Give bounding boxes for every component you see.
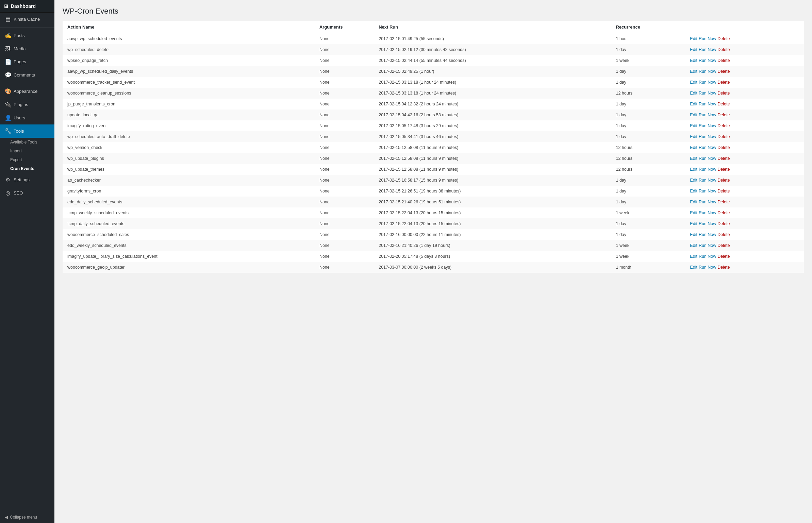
cell-row-actions: EditRun NowDelete (685, 251, 804, 262)
cell-args: None (315, 66, 374, 77)
delete-button[interactable]: Delete (717, 69, 730, 74)
run-now-button[interactable]: Run Now (699, 113, 716, 117)
table-row: tcmp_weekly_scheduled_eventsNone2017-02-… (63, 207, 804, 218)
edit-button[interactable]: Edit (690, 178, 697, 183)
run-now-button[interactable]: Run Now (699, 134, 716, 139)
run-now-button[interactable]: Run Now (699, 102, 716, 106)
table-row: tcmp_daily_scheduled_eventsNone2017-02-1… (63, 218, 804, 229)
run-now-button[interactable]: Run Now (699, 80, 716, 85)
delete-button[interactable]: Delete (717, 134, 730, 139)
dashboard-menu-item[interactable]: ⊞ Dashboard (0, 0, 54, 13)
delete-button[interactable]: Delete (717, 91, 730, 96)
run-now-button[interactable]: Run Now (699, 123, 716, 128)
sidebar-sub-export[interactable]: Export (0, 155, 54, 164)
edit-button[interactable]: Edit (690, 156, 697, 161)
edit-button[interactable]: Edit (690, 123, 697, 128)
run-now-button[interactable]: Run Now (699, 156, 716, 161)
kinsta-cache-menu-item[interactable]: ▤ Kinsta Cache (0, 13, 54, 26)
delete-button[interactable]: Delete (717, 243, 730, 248)
edit-button[interactable]: Edit (690, 265, 697, 270)
run-now-button[interactable]: Run Now (699, 210, 716, 215)
run-now-button[interactable]: Run Now (699, 254, 716, 259)
sidebar-item-comments[interactable]: 💬 Comments (0, 68, 54, 82)
run-now-button[interactable]: Run Now (699, 243, 716, 248)
table-row: update_local_gaNone2017-02-15 04:42:16 (… (63, 109, 804, 120)
delete-button[interactable]: Delete (717, 232, 730, 237)
edit-button[interactable]: Edit (690, 113, 697, 117)
run-now-button[interactable]: Run Now (699, 145, 716, 150)
sidebar-item-appearance[interactable]: 🎨 Appearance (0, 85, 54, 98)
run-now-button[interactable]: Run Now (699, 265, 716, 270)
edit-button[interactable]: Edit (690, 200, 697, 204)
run-now-button[interactable]: Run Now (699, 167, 716, 172)
cron-events-table: Action Name Arguments Next Run Recurrenc… (63, 21, 804, 273)
users-icon: 👤 (5, 115, 11, 121)
sidebar-item-seo[interactable]: ◎ SEO (0, 186, 54, 200)
sidebar-item-posts[interactable]: ✍ Posts (0, 29, 54, 42)
run-now-button[interactable]: Run Now (699, 178, 716, 183)
edit-button[interactable]: Edit (690, 232, 697, 237)
cell-row-actions: EditRun NowDelete (685, 99, 804, 109)
delete-button[interactable]: Delete (717, 200, 730, 204)
edit-button[interactable]: Edit (690, 91, 697, 96)
sidebar-sub-import[interactable]: Import (0, 147, 54, 155)
delete-button[interactable]: Delete (717, 265, 730, 270)
delete-button[interactable]: Delete (717, 145, 730, 150)
table-row: woocommerce_scheduled_salesNone2017-02-1… (63, 229, 804, 240)
edit-button[interactable]: Edit (690, 210, 697, 215)
edit-button[interactable]: Edit (690, 243, 697, 248)
run-now-button[interactable]: Run Now (699, 36, 716, 41)
run-now-button[interactable]: Run Now (699, 69, 716, 74)
edit-button[interactable]: Edit (690, 221, 697, 226)
edit-button[interactable]: Edit (690, 254, 697, 259)
table-row: wp_scheduled_deleteNone2017-02-15 02:19:… (63, 44, 804, 55)
delete-button[interactable]: Delete (717, 189, 730, 193)
run-now-button[interactable]: Run Now (699, 58, 716, 63)
sidebar-sub-cron-events[interactable]: Cron Events (0, 164, 54, 173)
sidebar-item-users[interactable]: 👤 Users (0, 111, 54, 124)
run-now-button[interactable]: Run Now (699, 189, 716, 193)
delete-button[interactable]: Delete (717, 178, 730, 183)
table-row: wp_update_pluginsNone2017-02-15 12:58:08… (63, 153, 804, 164)
delete-button[interactable]: Delete (717, 221, 730, 226)
edit-button[interactable]: Edit (690, 145, 697, 150)
sidebar-item-plugins[interactable]: 🔌 Plugins (0, 98, 54, 111)
edit-button[interactable]: Edit (690, 80, 697, 85)
sidebar-item-settings[interactable]: ⚙ Settings (0, 173, 54, 186)
run-now-button[interactable]: Run Now (699, 47, 716, 52)
edit-button[interactable]: Edit (690, 134, 697, 139)
cell-args: None (315, 229, 374, 240)
edit-button[interactable]: Edit (690, 189, 697, 193)
sidebar-item-media[interactable]: 🖼 Media (0, 42, 54, 55)
edit-button[interactable]: Edit (690, 102, 697, 106)
edit-button[interactable]: Edit (690, 167, 697, 172)
cell-args: None (315, 218, 374, 229)
delete-button[interactable]: Delete (717, 210, 730, 215)
collapse-menu-button[interactable]: ◀ Collapse menu (0, 511, 54, 523)
delete-button[interactable]: Delete (717, 167, 730, 172)
cell-row-actions: EditRun NowDelete (685, 109, 804, 120)
table-row: edd_daily_scheduled_eventsNone2017-02-15… (63, 197, 804, 207)
cell-next-run: 2017-02-15 05:34:41 (3 hours 46 minutes) (374, 131, 611, 142)
delete-button[interactable]: Delete (717, 102, 730, 106)
sidebar-item-pages[interactable]: 📄 Pages (0, 55, 54, 68)
delete-button[interactable]: Delete (717, 80, 730, 85)
delete-button[interactable]: Delete (717, 156, 730, 161)
edit-button[interactable]: Edit (690, 69, 697, 74)
run-now-button[interactable]: Run Now (699, 221, 716, 226)
sidebar-sub-available-tools[interactable]: Available Tools (0, 138, 54, 147)
delete-button[interactable]: Delete (717, 113, 730, 117)
delete-button[interactable]: Delete (717, 58, 730, 63)
delete-button[interactable]: Delete (717, 254, 730, 259)
sidebar-item-tools[interactable]: 🔧 Tools (0, 124, 54, 138)
delete-button[interactable]: Delete (717, 123, 730, 128)
run-now-button[interactable]: Run Now (699, 200, 716, 204)
delete-button[interactable]: Delete (717, 36, 730, 41)
delete-button[interactable]: Delete (717, 47, 730, 52)
edit-button[interactable]: Edit (690, 36, 697, 41)
run-now-button[interactable]: Run Now (699, 91, 716, 96)
edit-button[interactable]: Edit (690, 58, 697, 63)
run-now-button[interactable]: Run Now (699, 232, 716, 237)
edit-button[interactable]: Edit (690, 47, 697, 52)
cell-action-name: tcmp_weekly_scheduled_events (63, 207, 315, 218)
